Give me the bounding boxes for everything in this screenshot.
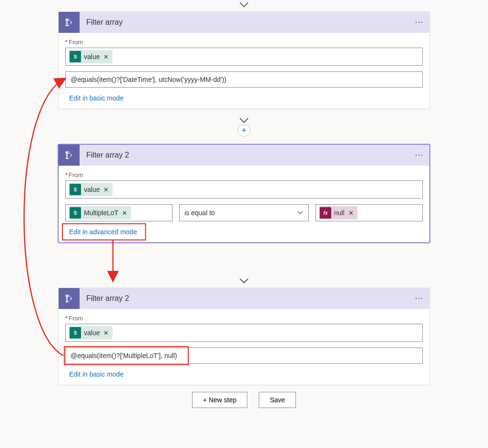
from-input[interactable]: S value ✕ (65, 48, 423, 66)
from-label: *From (65, 315, 423, 322)
token-remove[interactable]: ✕ (122, 209, 127, 217)
flow-canvas: Filter array ··· *From S value ✕ @equals… (58, 0, 430, 408)
card-body: *From S value ✕ @equals(item()?['DateTim… (59, 33, 429, 109)
card-header[interactable]: Filter array ··· (59, 12, 429, 33)
action-card-filter-array-2-basic[interactable]: Filter array 2 ··· *From S value ✕ S Mul… (58, 144, 430, 243)
chevron-down-icon (297, 209, 304, 217)
from-input[interactable]: S value ✕ (65, 324, 423, 342)
new-step-button[interactable]: + New step (192, 392, 247, 408)
token-remove[interactable]: ✕ (103, 53, 109, 60)
add-step-button[interactable]: + (238, 124, 250, 137)
card-body: *From S value ✕ S MultipleLoT ✕ is e (59, 166, 429, 242)
card-title: Filter array 2 (86, 151, 408, 159)
card-header[interactable]: Filter array 2 ··· (59, 145, 429, 166)
expression-token-null[interactable]: fx null ✕ (319, 206, 357, 219)
from-input[interactable]: S value ✕ (65, 180, 423, 199)
card-body: *From S value ✕ @equals(item()?['Multipl… (59, 309, 429, 385)
expression-input[interactable]: @equals(item()?['DateTime'], utcNow('yyy… (65, 71, 423, 88)
condition-left-input[interactable]: S MultipleLoT ✕ (65, 204, 173, 221)
save-button[interactable]: Save (259, 392, 296, 408)
data-operations-icon (59, 12, 80, 33)
card-title: Filter array (86, 18, 408, 27)
edit-advanced-mode-link[interactable]: Edit in advanced mode (65, 226, 141, 238)
token-remove[interactable]: ✕ (103, 186, 109, 193)
dynamic-token-multiplelot[interactable]: S MultipleLoT ✕ (69, 206, 131, 219)
card-title: Filter array 2 (86, 294, 408, 303)
connector-arrow (58, 0, 430, 11)
condition-row: S MultipleLoT ✕ is equal to fx null ✕ (65, 204, 423, 221)
expression-input[interactable]: @equals(item()?['MultipleLoT'], null) (65, 348, 423, 364)
dynamic-token-value[interactable]: S value ✕ (69, 50, 112, 63)
token-remove[interactable]: ✕ (348, 209, 354, 217)
sharepoint-icon: S (70, 207, 81, 219)
condition-right-input[interactable]: fx null ✕ (315, 204, 423, 221)
data-operations-icon (59, 145, 80, 166)
card-menu-button[interactable]: ··· (415, 295, 424, 302)
edit-basic-mode-link[interactable]: Edit in basic mode (65, 368, 127, 380)
from-label: *From (65, 171, 423, 179)
card-menu-button[interactable]: ··· (415, 19, 424, 26)
dynamic-token-value[interactable]: S value ✕ (69, 326, 112, 339)
card-header[interactable]: Filter array 2 ··· (59, 288, 429, 309)
from-label: *From (65, 39, 423, 46)
sharepoint-icon: S (70, 184, 81, 195)
connector-arrow (58, 276, 430, 288)
action-card-filter-array-2-advanced[interactable]: Filter array 2 ··· *From S value ✕ @equa… (58, 288, 430, 385)
dynamic-token-value[interactable]: S value ✕ (69, 183, 112, 196)
bottom-toolbar: + New step Save (58, 392, 430, 408)
token-remove[interactable]: ✕ (103, 329, 109, 337)
card-menu-button[interactable]: ··· (415, 151, 424, 159)
edit-basic-mode-link[interactable]: Edit in basic mode (65, 92, 127, 104)
condition-operator-select[interactable]: is equal to (179, 204, 309, 221)
action-card-filter-array[interactable]: Filter array ··· *From S value ✕ @equals… (58, 11, 430, 109)
fx-icon: fx (320, 207, 331, 219)
sharepoint-icon: S (70, 51, 81, 62)
sharepoint-icon: S (70, 327, 81, 338)
data-operations-icon (59, 288, 80, 309)
